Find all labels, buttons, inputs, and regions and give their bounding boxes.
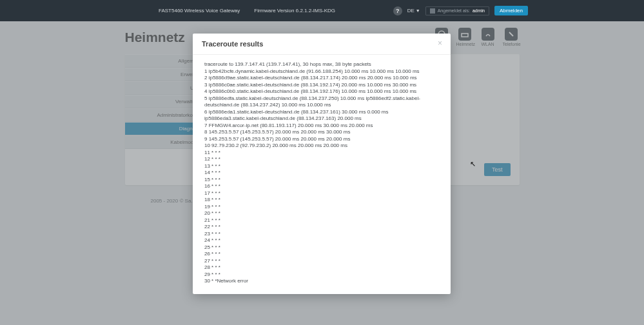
traceroute-line: 3 ip5886c0ae.static.kabel-deutschland.de… (204, 82, 439, 89)
language-label: DE (407, 8, 415, 14)
login-status: Angemeldet als: admin (425, 6, 489, 15)
traceroute-line: 28 * * * (204, 264, 439, 271)
traceroute-output: traceroute to 139.7.147.41 (139.7.147.41… (193, 55, 451, 294)
traceroute-line: 18 * * * (204, 197, 439, 204)
traceroute-line: 12 * * * (204, 156, 439, 163)
modal-title: Traceroute results (202, 40, 442, 48)
close-icon[interactable]: × (436, 39, 444, 48)
traceroute-line: 29 * * * (204, 271, 439, 279)
traceroute-line: 20 * * * (204, 210, 439, 217)
traceroute-line: 1 ip5b42bcfe.dynamic.kabel-deutschland.d… (204, 68, 439, 75)
traceroute-line: 25 * * * (204, 244, 439, 251)
help-icon[interactable]: ? (393, 6, 402, 15)
traceroute-line: 14 * * * (204, 170, 439, 177)
traceroute-line: 19 * * * (204, 204, 439, 211)
language-selector[interactable]: DE ▼ (407, 8, 420, 14)
top-bar: FAST5460 Wireless Voice Gateway Firmware… (0, 0, 644, 21)
traceroute-line: 16 * * * (204, 183, 439, 190)
traceroute-line: 7 FFMGW4.arcor-ip.net (80.81.193.117) 20… (204, 123, 439, 130)
traceroute-line: 11 * * * (204, 150, 439, 157)
traceroute-line: 4 ip5886c0b0.static.kabel-deutschland.de… (204, 88, 439, 95)
traceroute-modal: Traceroute results × traceroute to 139.7… (193, 34, 451, 294)
traceroute-line: 27 * * * (204, 258, 439, 265)
traceroute-line: 5 ip5886edfa.static.kabel-deutschland.de… (204, 95, 439, 109)
traceroute-line: 15 * * * (204, 177, 439, 184)
user-icon (430, 8, 435, 14)
firmware-version: Firmware Version 6.2.1.2-IMS-KDG (254, 8, 335, 14)
logout-button[interactable]: Abmelden (494, 6, 528, 15)
login-user: admin (473, 8, 485, 13)
traceroute-line: 6 ip5886eda1.static.kabel-deutschland.de… (204, 109, 439, 123)
traceroute-line: 22 * * * (204, 224, 439, 231)
chevron-down-icon: ▼ (416, 8, 420, 13)
traceroute-line: 26 * * * (204, 251, 439, 258)
login-label: Angemeldet als: (438, 8, 470, 13)
traceroute-line: 9 145.253.5.57 (145.253.5.57) 20.000 ms … (204, 136, 439, 143)
traceroute-line: 21 * * * (204, 217, 439, 224)
traceroute-line: 24 * * * (204, 237, 439, 244)
device-name: FAST5460 Wireless Voice Gateway (159, 8, 240, 14)
traceroute-line: traceroute to 139.7.147.41 (139.7.147.41… (204, 61, 439, 68)
traceroute-line: 17 * * * (204, 190, 439, 197)
traceroute-line: 30 * *Network error (204, 278, 439, 285)
traceroute-line: 10 92.79.230.2 (92.79.230.2) 20.000 ms 2… (204, 143, 439, 150)
traceroute-line: 8 145.253.5.57 (145.253.5.57) 20.000 ms … (204, 129, 439, 136)
traceroute-line: 23 * * * (204, 231, 439, 238)
traceroute-line: 2 ip5886d9ae.static.kabel-deutschland.de… (204, 75, 439, 82)
traceroute-line: 13 * * * (204, 163, 439, 170)
